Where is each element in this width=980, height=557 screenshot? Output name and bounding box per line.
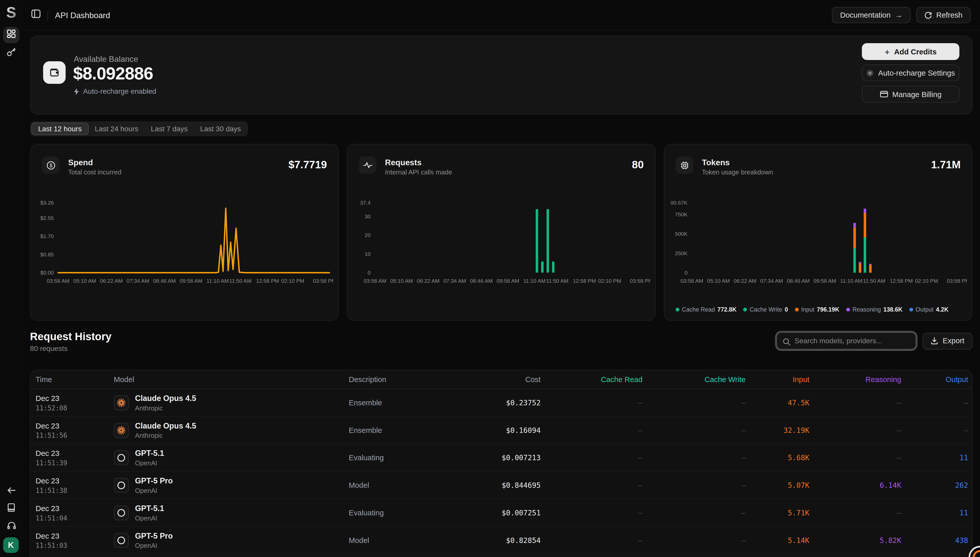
cell-cache_write: —: [643, 480, 746, 489]
sidebar-item-docs[interactable]: [0, 503, 23, 515]
sidebar: S: [0, 0, 23, 557]
table-row[interactable]: Dec 23GPT-5.1OpenAIEvaluating$0.013681——…: [31, 554, 972, 557]
table-row[interactable]: Dec 2311:51:38GPT-5 ProOpenAIModel$0.844…: [31, 472, 972, 499]
svg-text:500K: 500K: [675, 231, 688, 237]
cell-cache_read: —: [540, 536, 643, 544]
legend-dot-icon: [909, 308, 913, 311]
table-row[interactable]: Dec 2311:51:39GPT-5.1OpenAIEvaluating$0.…: [31, 444, 972, 472]
cell-cost: $0.23752: [449, 398, 540, 407]
legend-item: Input796.19K: [795, 306, 839, 313]
arrow-right-icon: →: [895, 11, 902, 20]
user-avatar[interactable]: K: [3, 537, 19, 553]
floating-widget[interactable]: [964, 541, 980, 557]
svg-text:S: S: [6, 4, 16, 21]
sidebar-item-back[interactable]: [0, 486, 23, 497]
svg-text:03:58 AM: 03:58 AM: [47, 278, 70, 284]
svg-text:03:58 PM: 03:58 PM: [630, 278, 650, 284]
search-box: [776, 332, 917, 350]
tokens-title: Tokens: [702, 158, 730, 167]
openai-logo-icon: [114, 505, 129, 520]
spend-card: $ Spend Total cost incurred $7.7719 $0.0…: [30, 144, 339, 321]
svg-text:0: 0: [685, 270, 688, 275]
svg-text:0: 0: [368, 270, 371, 275]
balance-amount: $8.092886: [73, 64, 153, 84]
table-row[interactable]: Dec 2311:51:56Claude Opus 4.5AnthropicEn…: [31, 417, 972, 444]
cell-description: Ensemble: [349, 426, 449, 435]
svg-text:03:58 AM: 03:58 AM: [363, 278, 386, 284]
column-header-model: Model: [114, 375, 349, 384]
svg-text:02:10 PM: 02:10 PM: [915, 278, 938, 284]
cell-cache_write: —: [643, 453, 746, 462]
table-row[interactable]: Dec 2311:51:03GPT-5 ProOpenAIModel$0.828…: [31, 527, 972, 554]
cell-model: GPT-5 ProOpenAI: [114, 476, 349, 494]
cell-reasoning: —: [809, 508, 901, 517]
svg-text:20: 20: [365, 232, 371, 238]
spend-value: $7.7719: [289, 159, 327, 171]
topbar: API Dashboard Documentation → Refresh: [23, 0, 980, 31]
plus-icon: +: [884, 47, 890, 57]
sidebar-item-api-keys[interactable]: [0, 47, 23, 60]
search-input[interactable]: [795, 333, 912, 349]
cell-time: Dec 2311:51:38: [36, 476, 114, 494]
cell-cache_write: —: [643, 508, 746, 517]
back-arrow-icon: [6, 486, 16, 497]
cell-description: Evaluating: [349, 508, 449, 517]
legend-dot-icon: [795, 308, 799, 311]
cell-cost: $0.007251: [449, 508, 540, 517]
svg-text:05:10 AM: 05:10 AM: [73, 278, 96, 284]
cell-cache_write: —: [643, 536, 746, 544]
add-credits-button[interactable]: + Add Credits: [862, 43, 959, 60]
wallet-icon: [43, 61, 66, 84]
manage-billing-button[interactable]: Manage Billing: [862, 86, 959, 103]
svg-text:30: 30: [365, 213, 371, 219]
requests-value: 80: [632, 159, 644, 171]
legend-item: Cache Write0: [743, 306, 788, 313]
export-button[interactable]: Export: [923, 332, 972, 349]
table-row[interactable]: Dec 2311:52:08Claude Opus 4.5AnthropicEn…: [31, 389, 972, 417]
refresh-icon: [924, 11, 932, 19]
svg-text:03:58 PM: 03:58 PM: [313, 278, 333, 284]
sidebar-item-dashboard[interactable]: [3, 27, 19, 43]
tab-last-30-days[interactable]: Last 30 days: [194, 122, 247, 135]
column-header-cache_read: Cache Read: [540, 375, 643, 384]
tokens-value: 1.71M: [931, 159, 961, 171]
svg-text:11:50 AM: 11:50 AM: [546, 278, 568, 284]
main-content: Available Balance $8.092886 Auto-recharg…: [23, 31, 980, 557]
panel-toggle-icon[interactable]: [31, 10, 41, 21]
auto-recharge-settings-button[interactable]: Auto-recharge Settings: [862, 64, 959, 81]
svg-text:02:10 PM: 02:10 PM: [598, 278, 621, 284]
column-header-output: Output: [901, 375, 968, 384]
svg-text:08:46 AM: 08:46 AM: [153, 278, 176, 284]
legend-dot-icon: [675, 308, 679, 311]
svg-text:09:58 AM: 09:58 AM: [496, 278, 519, 284]
cell-input: 5.68K: [746, 453, 810, 462]
cell-reasoning: —: [809, 453, 901, 462]
brand-logo-icon[interactable]: S: [4, 4, 19, 21]
cell-description: Evaluating: [349, 453, 449, 462]
cell-reasoning: 5.82K: [809, 536, 901, 544]
documentation-button[interactable]: Documentation →: [832, 7, 910, 23]
tab-last-24-hours[interactable]: Last 24 hours: [89, 122, 145, 135]
spend-chart: $0.00$0.85$1.70$2.55$3.2603:58 AM05:10 A…: [37, 198, 332, 287]
column-header-input: Input: [746, 375, 810, 384]
svg-text:07:34 AM: 07:34 AM: [760, 278, 783, 284]
refresh-button[interactable]: Refresh: [916, 7, 970, 23]
cell-input: 32.19K: [746, 426, 810, 435]
legend-dot-icon: [846, 308, 850, 311]
svg-text:$1.70: $1.70: [40, 233, 54, 239]
topbar-divider: [47, 10, 48, 20]
cell-model: GPT-5.1OpenAI: [114, 449, 349, 466]
cell-reasoning: —: [809, 426, 901, 435]
dashboard-grid-icon: [7, 29, 16, 41]
tab-last-12-hours[interactable]: Last 12 hours: [31, 122, 89, 135]
svg-text:250K: 250K: [675, 250, 688, 256]
table-row[interactable]: Dec 2311:51:04GPT-5.1OpenAIEvaluating$0.…: [31, 499, 972, 527]
tab-last-7-days[interactable]: Last 7 days: [145, 122, 194, 135]
legend-item: Output4.2K: [909, 306, 948, 313]
cell-cache_read: —: [540, 426, 643, 435]
download-icon: [931, 337, 938, 345]
cell-cost: $0.007213: [449, 453, 540, 462]
svg-text:11:10 AM: 11:10 AM: [840, 278, 862, 284]
cell-output: —: [901, 398, 968, 407]
sidebar-item-support[interactable]: [0, 521, 23, 532]
